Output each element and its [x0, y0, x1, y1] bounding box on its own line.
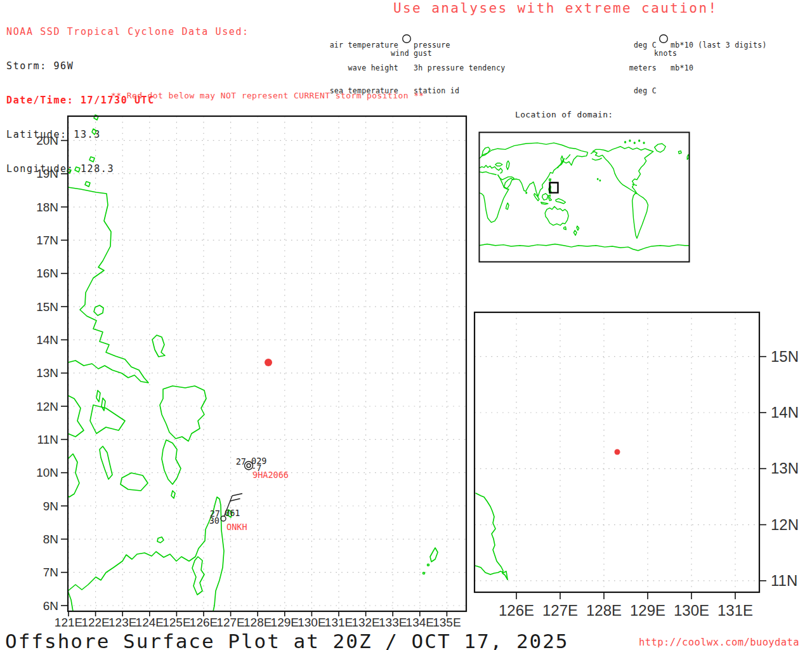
unit-meters: meters — [530, 64, 657, 72]
lon-tick-label: 130E — [298, 616, 325, 629]
storm-id-line: Storm: 96W — [6, 60, 249, 72]
world-inset-map — [479, 132, 690, 262]
lon-tick-label: 129E — [271, 616, 299, 629]
caution-banner: Use analyses with extreme caution! — [393, 1, 717, 16]
lon-tick-label: 126E — [190, 616, 218, 629]
station-pressure: 061 — [225, 508, 240, 518]
station-id: 9HA2066 — [252, 470, 289, 480]
coast-asia — [498, 152, 588, 196]
lon-tick-label: 122E — [81, 616, 109, 629]
coast-siberia — [479, 143, 588, 159]
island — [85, 182, 90, 187]
coast-africa — [479, 175, 509, 222]
lon-tick-label: 135E — [433, 616, 461, 629]
lon-tick-label: 131E — [717, 602, 753, 619]
south-america — [632, 194, 648, 239]
lon-tick-label: 127E — [542, 602, 578, 619]
lon-tick-label: 126E — [499, 602, 534, 619]
island-palau — [430, 548, 438, 562]
coast-antarctica — [479, 244, 690, 251]
lon-tick-label: 128E — [244, 616, 272, 629]
station-plot-9HA2066: 27 029 -7 9HA2066 — [236, 456, 289, 480]
station-circle-glyph — [403, 35, 411, 43]
lon-tick-label: 127E — [216, 616, 244, 629]
unit-mb10-last3: mb*10 (last 3 digits) — [671, 41, 767, 49]
island — [102, 398, 105, 411]
aleutian-islands — [592, 158, 602, 160]
units-legend-right: mb*10 (last 3 digits) mb*10 — [671, 26, 767, 87]
lat-tick-label: 7N — [43, 566, 58, 579]
unit-mb10: mb*10 — [671, 64, 767, 72]
lat-tick-label: 11N — [37, 433, 58, 446]
black-sea — [495, 163, 502, 166]
station-sea-temp: 30 — [209, 515, 219, 526]
island-tasmania — [564, 227, 566, 230]
kuril-islands — [565, 154, 570, 159]
lon-tick-label: 129E — [630, 602, 665, 619]
wind-barb-2 — [230, 499, 240, 501]
island-catanduanes — [152, 335, 165, 357]
hawaii — [597, 178, 598, 180]
hawaii — [599, 180, 600, 181]
island-leyte — [162, 440, 181, 484]
units-legend-left: deg C meters deg C — [530, 26, 657, 110]
units-circle-icon — [658, 34, 669, 44]
new-zealand-south — [573, 230, 577, 235]
island-polillo — [94, 305, 103, 315]
world-inset-title: Location of domain: — [515, 110, 613, 119]
island — [75, 167, 80, 172]
coast-north-america-west — [591, 152, 637, 194]
lon-tick-label: 132E — [351, 616, 379, 629]
island — [171, 491, 175, 498]
lon-tick-label: 130E — [674, 602, 709, 619]
coast-mindanao-east — [476, 493, 508, 580]
lon-tick-label: 123E — [108, 616, 136, 629]
island-camiguin — [157, 537, 164, 543]
arctic-island — [634, 142, 635, 143]
coast-negros — [68, 454, 79, 497]
caspian-sea — [506, 161, 509, 170]
units-circle-glyph — [660, 35, 668, 43]
world-coastlines — [479, 140, 690, 251]
station-legend-fields-right: pressure 3h pressure tendency station id — [414, 26, 505, 110]
island-cebu — [100, 446, 112, 479]
island-taiwan — [549, 179, 551, 181]
lat-tick-label: 20N — [36, 134, 58, 147]
inset-axes: 126E127E128E129E130E131E15N14N13N12N11N — [499, 348, 799, 619]
islet — [423, 573, 425, 574]
lon-tick-label: 124E — [136, 616, 164, 629]
main-map: 121E122E123E124E125E126E127E128E129E130E… — [32, 111, 476, 633]
island-samar — [160, 386, 206, 441]
coast-panay — [68, 395, 84, 437]
arctic-island — [643, 142, 645, 143]
island-bohol — [121, 473, 148, 491]
new-zealand-north — [577, 226, 579, 230]
lat-tick-label: 14N — [771, 404, 799, 421]
buoy-plot-page: NOAA SSD Tropical Cyclone Data Used: Sto… — [0, 0, 812, 650]
lat-tick-label: 19N — [36, 167, 58, 180]
island-java — [541, 202, 548, 204]
storm-position-dot-inset — [615, 449, 620, 455]
source-url-link[interactable]: http://coolwx.com/buoydata — [639, 637, 799, 648]
coast-europe — [479, 165, 502, 173]
noaa-data-line: NOAA SSD Tropical Cyclone Data Used: — [6, 26, 249, 37]
madagascar — [506, 203, 509, 209]
coast-mindanao — [68, 497, 224, 611]
unit-deg-c-1: deg C — [530, 41, 657, 49]
coast-med-south — [479, 172, 497, 175]
zoom-inset-map: 126E127E128E129E130E131E15N14N13N12N11N — [475, 312, 812, 630]
station-plot-ONKH: 27 061 30 ONKH — [209, 494, 247, 533]
lat-tick-label: 10N — [36, 466, 58, 479]
sri-lanka — [526, 192, 527, 194]
lat-tick-label: 9N — [43, 500, 58, 513]
lat-tick-label: 16N — [36, 267, 58, 280]
arctic-island — [639, 140, 640, 142]
greenland — [655, 143, 666, 152]
inset-coastlines — [475, 493, 508, 580]
unit-deg-c-2: deg C — [530, 87, 657, 95]
island — [96, 390, 100, 402]
islet — [428, 564, 429, 566]
lat-tick-label: 17N — [36, 234, 58, 247]
lat-tick-label: 15N — [771, 348, 799, 365]
wind-barb-1 — [232, 494, 242, 496]
